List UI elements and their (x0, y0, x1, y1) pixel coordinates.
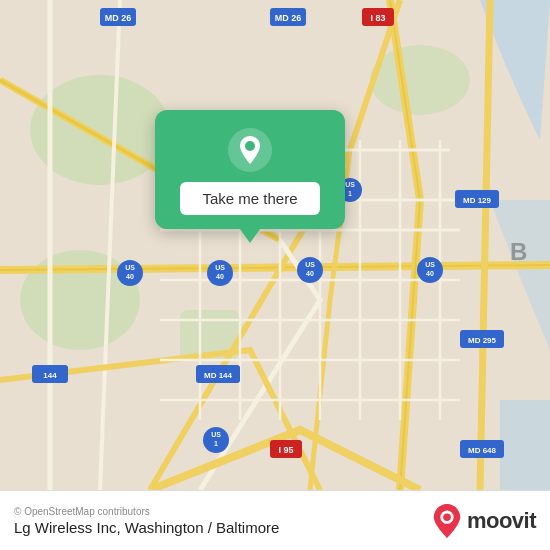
svg-text:US: US (425, 261, 435, 268)
moovit-pin-logo (433, 504, 461, 538)
bottom-bar: © OpenStreetMap contributors Lg Wireless… (0, 490, 550, 550)
svg-text:MD 144: MD 144 (204, 371, 233, 380)
svg-text:US: US (305, 261, 315, 268)
moovit-logo: moovit (433, 504, 536, 538)
svg-point-46 (443, 513, 451, 521)
svg-text:US: US (345, 181, 355, 188)
svg-text:US: US (215, 264, 225, 271)
svg-text:MD 129: MD 129 (463, 196, 492, 205)
location-pin-icon (228, 128, 272, 172)
svg-text:MD 26: MD 26 (105, 13, 132, 23)
svg-point-4 (370, 45, 470, 115)
svg-text:40: 40 (216, 273, 224, 280)
svg-text:40: 40 (306, 270, 314, 277)
svg-rect-5 (500, 400, 550, 490)
location-title: Lg Wireless Inc, Washington / Baltimore (14, 519, 279, 536)
svg-text:40: 40 (426, 270, 434, 277)
map-container: MD 26 MD 26 I 83 US 40 US 40 US 40 US 40… (0, 0, 550, 490)
svg-text:MD 26: MD 26 (275, 13, 302, 23)
svg-text:US: US (125, 264, 135, 271)
svg-text:MD 648: MD 648 (468, 446, 497, 455)
svg-text:1: 1 (348, 190, 352, 197)
bottom-bar-left: © OpenStreetMap contributors Lg Wireless… (14, 506, 279, 536)
svg-text:US: US (211, 431, 221, 438)
popup-card: Take me there (155, 110, 345, 229)
svg-text:MD 295: MD 295 (468, 336, 497, 345)
svg-point-44 (245, 141, 255, 151)
svg-text:B: B (510, 238, 527, 265)
svg-text:1: 1 (214, 440, 218, 447)
svg-text:I 95: I 95 (278, 445, 293, 455)
svg-text:144: 144 (43, 371, 57, 380)
attribution-text: © OpenStreetMap contributors (14, 506, 279, 517)
moovit-brand-text: moovit (467, 508, 536, 534)
svg-text:40: 40 (126, 273, 134, 280)
map-svg: MD 26 MD 26 I 83 US 40 US 40 US 40 US 40… (0, 0, 550, 490)
take-me-there-button[interactable]: Take me there (180, 182, 319, 215)
svg-text:I 83: I 83 (370, 13, 385, 23)
